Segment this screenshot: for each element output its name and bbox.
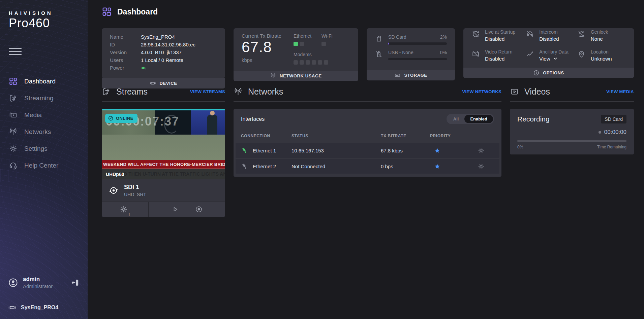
connection-tx-bitrate: 0 bps bbox=[381, 164, 430, 169]
device-info-label: ID bbox=[110, 41, 141, 48]
usb-row: USB - None0% bbox=[375, 50, 447, 60]
device-icon bbox=[150, 80, 156, 86]
logout-icon[interactable] bbox=[71, 278, 80, 287]
chevron-down-icon bbox=[553, 56, 558, 61]
network-usage-footer-link[interactable]: NETWORK USAGE bbox=[234, 71, 358, 81]
antenna-icon bbox=[270, 73, 276, 79]
filter-all-option[interactable]: All bbox=[448, 115, 465, 123]
menu-toggle-button[interactable] bbox=[9, 48, 22, 57]
bitrate-block: Current Tx Bitrate 67.8 kbps bbox=[242, 33, 281, 66]
device-info-row: NameSysEng_PRO4 bbox=[110, 33, 217, 41]
options-card: Live at StartupDisabled IntercomDisabled… bbox=[463, 28, 634, 78]
options-footer-link[interactable]: OPTIONS bbox=[463, 68, 634, 78]
sidebar: HAIVISION Pro460 Dashboard Streaming bbox=[0, 0, 88, 319]
option-label: Intercom bbox=[539, 29, 559, 35]
media-icon bbox=[9, 111, 18, 119]
interfaces-filter-toggle: All Enabled bbox=[447, 114, 494, 124]
play-stream-button[interactable] bbox=[171, 205, 179, 213]
priority-star-icon[interactable] bbox=[430, 147, 468, 154]
modem-status-square bbox=[300, 60, 304, 65]
device-card-body: NameSysEng_PRO4 ID28:98:14:31:02:96:80:e… bbox=[102, 28, 225, 78]
device-info-label: Users bbox=[110, 56, 141, 64]
user-menu[interactable]: admin Administrator bbox=[8, 276, 80, 289]
antenna-icon bbox=[234, 87, 243, 96]
genlock-disabled-icon bbox=[577, 29, 586, 43]
recording-title: Recording bbox=[517, 115, 550, 123]
device-info-value: SysEng_PRO4 bbox=[141, 33, 175, 41]
ancillary-data-dropdown[interactable]: View bbox=[539, 56, 568, 62]
storage-footer-link[interactable]: STORAGE bbox=[367, 70, 455, 80]
stream-input-name: SDI 1 bbox=[124, 184, 146, 191]
recording-card: Recording SD Card 00:00:00 0% Time R bbox=[510, 109, 634, 154]
sidebar-nav: Dashboard Streaming Media Networks bbox=[0, 73, 88, 174]
connection-status: 10.65.167.153 bbox=[292, 148, 381, 153]
recording-progress-track bbox=[517, 140, 626, 142]
option-value: None bbox=[591, 36, 608, 42]
interface-settings-icon[interactable] bbox=[478, 147, 485, 154]
check-circle-icon bbox=[108, 115, 114, 121]
network-usage-footer-label: NETWORK USAGE bbox=[280, 73, 322, 78]
sidebar-item-label: Networks bbox=[24, 128, 51, 136]
record-stream-button[interactable] bbox=[195, 205, 203, 213]
options-grid: Live at StartupDisabled IntercomDisabled… bbox=[463, 28, 634, 68]
interfaces-title: Interfaces bbox=[241, 116, 265, 122]
wifi-status-square bbox=[321, 42, 326, 46]
brand-product: Pro460 bbox=[9, 16, 88, 30]
brand-logo: HAIVISION Pro460 bbox=[0, 0, 88, 30]
recording-status-dot bbox=[599, 131, 601, 134]
app-root: HAIVISION Pro460 Dashboard Streaming bbox=[0, 0, 644, 319]
option-label: Live at Startup bbox=[485, 29, 515, 35]
table-row-ethernet-2: Ethernet 2 Not Connected 0 bps bbox=[236, 159, 499, 174]
settings-gear-icon bbox=[9, 144, 18, 153]
priority-star-icon[interactable] bbox=[430, 163, 468, 170]
device-info-label: Version bbox=[110, 48, 141, 56]
dashboard-icon bbox=[9, 77, 18, 86]
modem-status-square bbox=[294, 60, 298, 65]
page-title: Dashboard bbox=[117, 7, 158, 16]
sd-card-row: SD Card2% bbox=[375, 34, 447, 45]
streaming-icon bbox=[9, 94, 18, 103]
sidebar-item-settings[interactable]: Settings bbox=[0, 140, 88, 157]
recording-target-badge: SD Card bbox=[601, 115, 626, 123]
sidebar-item-help-center[interactable]: Help Center bbox=[0, 157, 88, 174]
bitrate-unit: kbps bbox=[242, 57, 281, 63]
section-divider bbox=[510, 101, 634, 102]
sidebar-item-label: Dashboard bbox=[24, 78, 56, 85]
usb-percent: 0% bbox=[440, 50, 447, 55]
stream-resolution-label: UHDp60 bbox=[102, 169, 225, 179]
sidebar-item-streaming[interactable]: Streaming bbox=[0, 90, 88, 107]
stream-actions: 1 bbox=[102, 202, 225, 217]
view-media-link[interactable]: VIEW MEDIA bbox=[606, 89, 634, 94]
videos-content: Recording SD Card 00:00:00 0% Time R bbox=[510, 109, 634, 154]
stream-encoder-config-button[interactable]: 1 bbox=[102, 202, 149, 217]
streams-header: Streams VIEW STREAMS bbox=[102, 87, 225, 97]
option-value: Disabled bbox=[485, 56, 512, 62]
sections-row: Streams VIEW STREAMS 00:00:07:37 WEEKEND… bbox=[102, 87, 634, 217]
sidebar-item-networks[interactable]: Networks bbox=[0, 123, 88, 140]
usb-label: USB - None bbox=[388, 50, 413, 55]
filter-enabled-option[interactable]: Enabled bbox=[464, 115, 493, 123]
ethernet-label: Ethernet bbox=[294, 33, 311, 39]
streams-section: Streams VIEW STREAMS 00:00:07:37 WEEKEND… bbox=[102, 87, 225, 217]
power-plug-icon bbox=[141, 64, 148, 73]
video-return-disabled-icon bbox=[471, 49, 480, 63]
option-genlock: GenlockNone bbox=[577, 29, 626, 43]
thumbnail-ticker: WEEKEND WILL AFFECT THE HONORE-MERCIER B… bbox=[102, 160, 225, 169]
interface-settings-icon[interactable] bbox=[478, 163, 485, 170]
ethernet-connected-icon bbox=[241, 147, 248, 154]
page-header: Dashboard bbox=[102, 7, 634, 17]
storage-drive-icon bbox=[394, 72, 401, 78]
option-label: Location bbox=[591, 49, 612, 55]
option-label: Genlock bbox=[591, 29, 608, 35]
view-networks-link[interactable]: VIEW NETWORKS bbox=[462, 89, 501, 94]
stream-transport-controls bbox=[149, 202, 225, 217]
sidebar-item-media[interactable]: Media bbox=[0, 107, 88, 123]
networks-title: Networks bbox=[248, 87, 283, 97]
networks-content: Interfaces All Enabled CONNECTION STATUS… bbox=[234, 109, 501, 177]
sidebar-item-dashboard[interactable]: Dashboard bbox=[0, 73, 88, 90]
location-pin-icon bbox=[577, 49, 586, 63]
view-streams-link[interactable]: VIEW STREAMS bbox=[190, 89, 225, 94]
sidebar-item-label: Settings bbox=[24, 145, 48, 152]
column-header-priority: PRIORITY bbox=[430, 134, 468, 138]
device-power-row: Power bbox=[110, 64, 217, 73]
